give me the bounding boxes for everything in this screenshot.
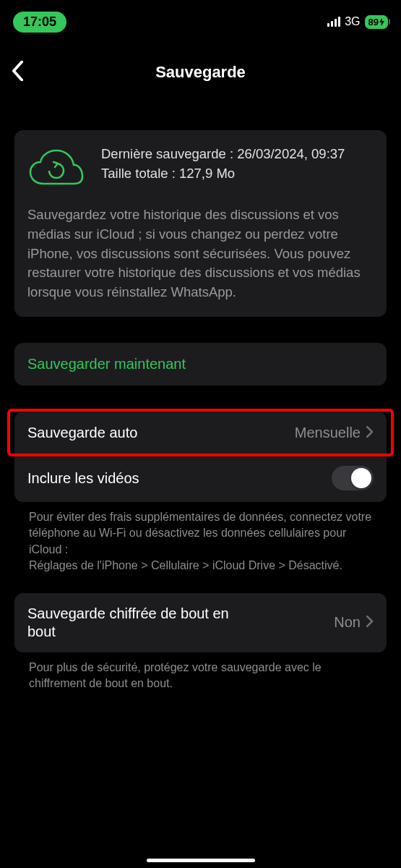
settings-group-auto: Sauvegarde auto Mensuelle Inclure les vi… [14,412,387,502]
e2e-encryption-row[interactable]: Sauvegarde chiffrée de bout en bout Non [14,593,387,652]
total-size-label: Taille totale : 127,9 Mo [101,164,345,184]
battery-percent: 89 [368,17,379,27]
backup-description: Sauvegardez votre historique des discuss… [27,205,374,302]
back-button[interactable] [12,61,23,84]
auto-backup-row[interactable]: Sauvegarde auto Mensuelle [14,412,387,454]
e2e-note: Pour plus de sécurité, protégez votre sa… [14,652,387,692]
status-time: 17:05 [13,12,66,33]
chevron-right-icon [366,614,374,631]
cloud-refresh-icon [27,148,85,192]
include-videos-toggle[interactable] [332,466,374,490]
network-label: 3G [345,15,360,28]
battery-icon: 89 [365,15,388,29]
backup-info-text: Dernière sauvegarde : 26/03/2024, 09:37 … [101,145,345,184]
data-warning-note: Pour éviter des frais supplémentaires de… [14,502,387,574]
home-indicator[interactable] [147,859,255,862]
include-videos-row: Inclure les vidéos [14,454,387,502]
page-title: Sauvegarde [155,63,246,82]
include-videos-label: Inclure les vidéos [27,470,139,487]
last-backup-label: Dernière sauvegarde : 26/03/2024, 09:37 [101,145,345,164]
e2e-value: Non [334,614,361,631]
e2e-label: Sauvegarde chiffrée de bout en bout [27,605,259,641]
backup-info-panel: Dernière sauvegarde : 26/03/2024, 09:37 … [14,130,387,317]
signal-icon [327,17,340,27]
status-bar: 17:05 3G 89 [0,0,401,36]
backup-now-label: Sauvegarder maintenant [27,356,374,373]
toggle-knob [351,468,371,488]
auto-backup-value: Mensuelle [295,425,361,441]
status-right: 3G 89 [327,15,388,29]
auto-backup-label: Sauvegarde auto [27,425,137,441]
backup-now-button[interactable]: Sauvegarder maintenant [14,343,387,386]
chevron-right-icon [366,425,374,441]
nav-header: Sauvegarde [0,51,401,94]
settings-group-e2e: Sauvegarde chiffrée de bout en bout Non [14,593,387,652]
